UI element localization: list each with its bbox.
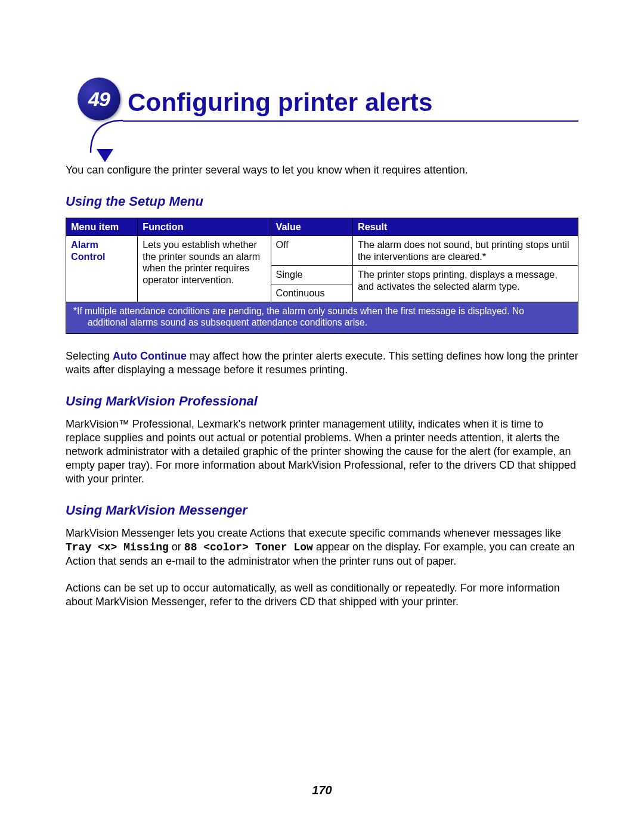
header-underline (123, 120, 578, 122)
section-heading-setup-menu: Using the Setup Menu (66, 194, 578, 209)
cell-value: Continuous (271, 284, 352, 302)
table-footnote-row: *If multiple attendance conditions are p… (66, 302, 578, 333)
table-footnote: *If multiple attendance conditions are p… (66, 302, 578, 333)
chapter-title: Configuring printer alerts (128, 78, 578, 117)
cell-result: The alarm does not sound, but printing s… (353, 236, 578, 266)
cell-menu-item: Alarm Control (66, 236, 138, 302)
section-heading-markvision-messenger: Using MarkVision Messenger (66, 503, 578, 518)
table-header-row: Menu item Function Value Result (66, 218, 578, 236)
after-table-pre: Selecting (66, 350, 113, 362)
cell-result: The printer stops printing, displays a m… (353, 266, 578, 302)
svg-marker-0 (97, 149, 113, 162)
code-tray-missing: Tray <x> Missing (66, 541, 169, 553)
mm-p1-mid: or (169, 541, 184, 553)
table-row: Alarm Control Lets you establish whether… (66, 236, 578, 266)
after-table-paragraph: Selecting Auto Continue may affect how t… (66, 349, 578, 377)
markvision-messenger-p1: MarkVision Messenger lets you create Act… (66, 527, 578, 568)
cell-function: Lets you establish whether the printer s… (138, 236, 271, 302)
header-arrow-icon (97, 149, 113, 166)
cell-value: Single (271, 266, 352, 284)
footnote-line2: additional alarms sound as subsequent at… (73, 317, 571, 329)
alerts-table: Menu item Function Value Result Alarm Co… (66, 218, 578, 334)
intro-paragraph: You can configure the printer several wa… (66, 163, 578, 177)
cell-value: Off (271, 236, 352, 266)
chapter-number: 49 (88, 88, 110, 111)
th-function: Function (138, 218, 271, 236)
th-menu-item: Menu item (66, 218, 138, 236)
chapter-number-badge: 49 (78, 78, 120, 120)
auto-continue-link[interactable]: Auto Continue (113, 350, 187, 362)
code-toner-low: 88 <color> Toner Low (184, 541, 313, 553)
th-result: Result (353, 218, 578, 236)
section-heading-markvision-pro: Using MarkVision Professional (66, 394, 578, 409)
th-value: Value (271, 218, 352, 236)
page-number: 170 (0, 784, 644, 797)
footnote-line1: *If multiple attendance conditions are p… (73, 306, 524, 316)
chapter-header: 49 Configuring printer alerts (66, 78, 578, 122)
markvision-messenger-p2: Actions can be set up to occur automatic… (66, 581, 578, 609)
markvision-pro-paragraph: MarkVision™ Professional, Lexmark's netw… (66, 417, 578, 486)
mm-p1-a: MarkVision Messenger lets you create Act… (66, 527, 561, 539)
